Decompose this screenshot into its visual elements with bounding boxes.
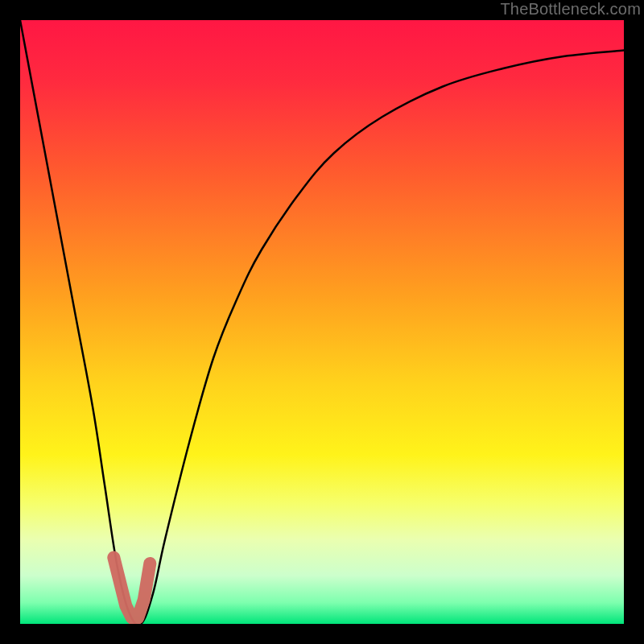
plot-area <box>20 20 624 624</box>
bottleneck-curve <box>20 20 624 624</box>
highlight-marker <box>114 558 150 618</box>
chart-frame: TheBottleneck.com <box>0 0 644 644</box>
chart-curves <box>20 20 624 624</box>
watermark-text: TheBottleneck.com <box>500 0 641 19</box>
